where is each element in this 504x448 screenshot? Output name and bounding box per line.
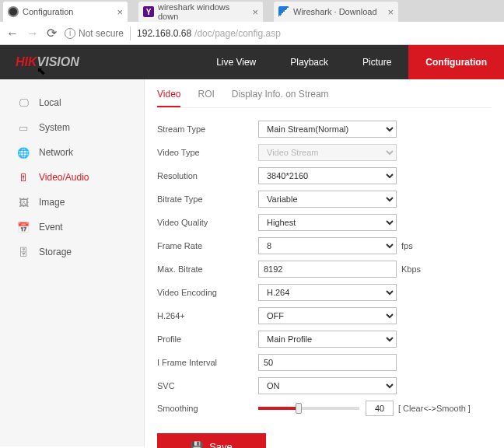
close-icon[interactable]: × [387,6,394,18]
video-type-select: Video Stream [258,144,397,161]
svc-select[interactable]: ON [258,377,397,394]
forward-button: → [26,26,39,40]
sidebar-item-label: System [39,122,70,133]
video-audio-icon: 🎚 [17,171,30,184]
storage-icon: 🗄 [17,246,30,258]
subtab-display-info[interactable]: Display Info. on Stream [232,89,329,107]
sidebar-item-image[interactable]: 🖼 Image [0,190,144,215]
label-svc: SVC [157,381,258,390]
wireshark-icon [278,6,289,17]
smoothing-legend: [ Clear<->Smooth ] [398,404,471,413]
browser-toolbar: ← → ⟳ i Not secure 192.168.0.68/doc/page… [0,22,504,45]
sidebar-item-network[interactable]: 🌐 Network [0,140,144,165]
image-icon: 🖼 [17,196,30,208]
divider [130,26,131,40]
sidebar-item-label: Video/Audio [39,172,89,183]
video-quality-select[interactable]: Highest [258,214,397,231]
system-icon: ▭ [17,121,30,134]
close-icon[interactable]: × [252,6,258,18]
sidebar-item-label: Local [39,97,61,108]
label-video-encoding: Video Encoding [157,288,258,297]
globe-icon: 🌐 [17,146,30,159]
sidebar-item-local[interactable]: 🖵 Local [0,90,144,115]
sidebar-item-storage[interactable]: 🗄 Storage [0,240,144,264]
frame-rate-select[interactable]: 8 [258,237,397,254]
close-icon[interactable]: × [117,6,123,18]
nav-configuration[interactable]: Configuration [408,45,504,79]
monitor-icon: 🖵 [17,96,30,109]
yahoo-icon: Y [143,6,154,17]
browser-tab-configuration[interactable]: Configuration × [3,2,128,22]
url-path: /doc/page/config.asp [194,28,281,39]
tab-title: Configuration [23,7,73,16]
tab-title: Wireshark · Download [293,7,377,16]
nav-playback[interactable]: Playback [273,45,345,79]
slider-thumb[interactable] [296,403,302,414]
content-panel: Video ROI Display Info. on Stream Stream… [145,79,504,446]
security-status: Not secure [79,28,124,39]
sidebar: 🖵 Local ▭ System 🌐 Network 🎚 Video/Audio… [0,79,145,446]
browser-tab-wireshark-search[interactable]: Y wireshark windows down × [138,2,263,22]
subtab-video[interactable]: Video [157,89,180,107]
sidebar-item-label: Image [39,197,65,208]
sidebar-item-system[interactable]: ▭ System [0,115,144,140]
sidebar-item-video-audio[interactable]: 🎚 Video/Audio [0,165,144,190]
nav-picture[interactable]: Picture [345,45,408,79]
h264-plus-select[interactable]: OFF [258,307,397,324]
label-stream-type: Stream Type [157,124,258,134]
logo: HIKVISION [0,55,95,69]
resolution-select[interactable]: 3840*2160 [258,167,397,184]
nav-live-view[interactable]: Live View [199,45,273,79]
subtab-roi[interactable]: ROI [198,89,214,107]
tab-title: wireshark windows down [158,2,248,21]
back-button[interactable]: ← [6,26,19,40]
label-bitrate-type: Bitrate Type [157,194,258,204]
save-icon: 💾 [191,441,203,449]
calendar-icon: 📅 [17,221,30,233]
sidebar-item-label: Storage [39,247,72,257]
sidebar-item-event[interactable]: 📅 Event [0,215,144,240]
browser-tab-wireshark-download[interactable]: Wireshark · Download × [274,2,398,22]
sidebar-item-label: Network [39,147,73,158]
label-iframe-interval: I Frame Interval [157,358,258,367]
address-bar[interactable]: i Not secure 192.168.0.68/doc/page/confi… [65,26,498,40]
label-profile: Profile [157,334,258,344]
smoothing-value: 40 [366,401,394,416]
iframe-interval-input[interactable] [258,354,397,371]
unit-fps: fps [401,241,413,250]
reload-button[interactable]: ⟳ [47,26,57,40]
save-label: Save [209,441,233,449]
bitrate-type-select[interactable]: Variable [258,191,397,208]
camera-icon [8,6,19,17]
top-nav: HIKVISION Live View Playback Picture Con… [0,45,504,79]
label-smoothing: Smoothing [157,404,258,413]
label-video-type: Video Type [157,148,258,157]
smoothing-slider[interactable] [258,407,359,410]
sub-tabs: Video ROI Display Info. on Stream [157,89,492,108]
label-resolution: Resolution [157,171,258,180]
label-frame-rate: Frame Rate [157,241,258,250]
info-icon[interactable]: i [65,28,75,39]
url-host: 192.168.0.68 [137,28,191,39]
save-button[interactable]: 💾 Save [157,433,266,448]
video-encoding-select[interactable]: H.264 [258,284,397,301]
label-h264-plus: H.264+ [157,311,258,320]
sidebar-item-label: Event [39,222,63,233]
slider-fill [258,407,299,410]
max-bitrate-input[interactable] [258,261,397,278]
browser-tab-bar: Configuration × Y wireshark windows down… [0,0,504,22]
stream-type-select[interactable]: Main Stream(Normal) [258,121,397,138]
profile-select[interactable]: Main Profile [258,331,397,348]
label-video-quality: Video Quality [157,218,258,227]
label-max-bitrate: Max. Bitrate [157,264,258,274]
unit-kbps: Kbps [401,264,421,274]
